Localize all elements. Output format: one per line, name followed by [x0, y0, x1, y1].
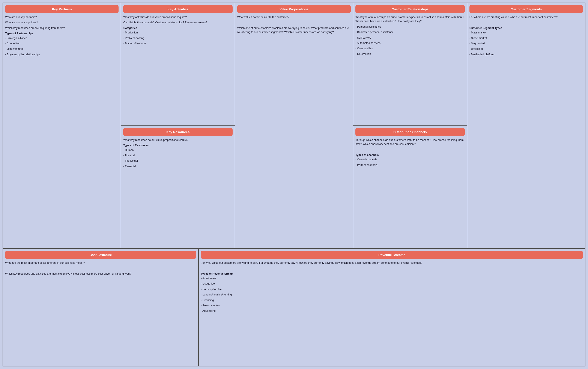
revenue-streams-cell: Revenue Streams For what value our custo…: [199, 249, 585, 366]
cr-list-5: - Communities: [355, 47, 465, 51]
bottom-section: Cost Structure What are the most importa…: [3, 249, 585, 366]
cst-line-1: What are the most important costs inhere…: [5, 261, 196, 265]
cs-line-2: [469, 20, 583, 25]
value-propositions-header: Value Propositions: [237, 5, 351, 13]
cr-line-1: What type of relationships do our custom…: [355, 15, 465, 24]
vp-line-2: [237, 20, 351, 25]
value-propositions-cell: Value Propositions What values do we del…: [235, 3, 353, 248]
ka-list-3: - Platform/ Network: [123, 41, 232, 46]
top-section: Key Partners Who are our key partners? W…: [3, 3, 585, 249]
ka-list-1: - Production: [123, 31, 232, 35]
cr-list-4: - Automated services: [355, 41, 465, 45]
customer-relationships-header: Customer Relationships: [355, 5, 465, 13]
cost-structure-content: What are the most important costs inhere…: [5, 261, 196, 277]
kr-list-2: - Physical: [123, 154, 232, 158]
rs-list-3: - Subscription fee: [201, 287, 583, 291]
rs-list-4: - Lending/ leasing/ renting: [201, 293, 583, 297]
key-partners-cell: Key Partners Who are our key partners? W…: [3, 3, 121, 248]
ka-list-2: - Problem-solving: [123, 36, 232, 40]
customer-segments-cell: Customer Segments For whom are we creati…: [467, 3, 585, 248]
customer-segments-content: For whom are we creating value? Who are …: [469, 15, 583, 58]
cs-line-1: For whom are we creating value? Who are …: [469, 15, 583, 19]
cst-line-2: [5, 266, 196, 270]
ka-line-2: Our distribution channels? Customer rela…: [123, 20, 232, 25]
dc-line-2: [355, 148, 465, 152]
cr-list-1: - Personal assistance: [355, 25, 465, 29]
kp-list-1: - Strategic alliance: [5, 36, 119, 40]
key-partners-content: Who are our key partners? Who are our ke…: [5, 15, 119, 58]
ka-line-1: What key activities do our value proposi…: [123, 15, 232, 19]
cr-channels-col: Customer Relationships What type of rela…: [353, 3, 467, 248]
kp-line-3: Which key resources are we acquiring fro…: [5, 26, 119, 30]
key-resources-content: What key resources do our value proposit…: [123, 138, 232, 170]
key-activities-content: What key activities do our value proposi…: [123, 15, 232, 47]
kp-list-2: - Coopetition: [5, 41, 119, 46]
cr-list-2: - Dedicated personal assistance: [355, 30, 465, 34]
value-propositions-content: What values do we deliver to the custome…: [237, 15, 351, 36]
cs-list-3: - Segmented: [469, 41, 583, 46]
cost-structure-cell: Cost Structure What are the most importa…: [3, 249, 199, 366]
cs-list-2: - Niche market: [469, 36, 583, 40]
kp-list-3: - Joint ventures: [5, 47, 119, 51]
cost-structure-header: Cost Structure: [5, 251, 196, 259]
rs-bold-1: Types of Revenue Stream: [201, 272, 583, 276]
cst-line-3: Which key resources and activities are m…: [5, 272, 196, 276]
ka-bold-1: Categories: [123, 26, 232, 30]
customer-segments-header: Customer Segments: [469, 5, 583, 13]
rs-line-2: [201, 266, 583, 270]
kr-list-4: - Financial: [123, 164, 232, 169]
distribution-channels-cell: Distribution Channels Through which chan…: [353, 126, 467, 248]
distribution-channels-header: Distribution Channels: [355, 128, 465, 136]
business-model-canvas: Key Partners Who are our key partners? W…: [3, 3, 585, 366]
kp-list-4: - Buyer-supplier relationships: [5, 52, 119, 57]
rs-list-7: - Advertising: [201, 309, 583, 313]
key-activities-resources-col: Key Activities What key activities do ou…: [121, 3, 235, 248]
cs-list-1: - Mass market: [469, 31, 583, 35]
key-resources-header: Key Resources: [123, 128, 232, 136]
cs-list-5: - Multi-sided platform: [469, 52, 583, 57]
key-partners-header: Key Partners: [5, 5, 119, 13]
key-activities-header: Key Activities: [123, 5, 232, 13]
revenue-streams-content: For what value our customers are willing…: [201, 261, 583, 315]
kr-line-1: What key resources do our value proposit…: [123, 138, 232, 142]
cs-bold-1: Customer Segment Types: [469, 26, 583, 30]
kr-list-3: - Intellectual: [123, 159, 232, 163]
key-activities-cell: Key Activities What key activities do ou…: [121, 3, 234, 126]
rs-line-1: For what value our customers are willing…: [201, 261, 583, 265]
cs-list-4: - Diversified: [469, 47, 583, 51]
kp-line-1: Who are our key partners?: [5, 15, 119, 19]
kr-list-1: - Human: [123, 148, 232, 152]
rs-list-5: - Licensing: [201, 298, 583, 302]
vp-line-3: Which one of our customer's problems are…: [237, 26, 351, 34]
distribution-channels-content: Through which channels do our customers …: [355, 138, 465, 169]
dc-list-2: - Partner channels: [355, 163, 465, 167]
key-resources-cell: Key Resources What key resources do our …: [121, 126, 234, 248]
rs-list-1: - Asset sales: [201, 276, 583, 280]
kr-bold-1: Types of Resources: [123, 144, 232, 147]
dc-bold-1: Types of channels: [355, 153, 465, 157]
customer-relationships-content: What type of relationships do our custom…: [355, 15, 465, 57]
customer-relationships-cell: Customer Relationships What type of rela…: [353, 3, 467, 126]
revenue-streams-header: Revenue Streams: [201, 251, 583, 259]
dc-line-1: Through which channels do our customers …: [355, 138, 465, 146]
rs-list-2: - Usage fee: [201, 282, 583, 286]
cr-list-6: - Co-creation: [355, 52, 465, 56]
kp-line-2: Who are our key suppliers?: [5, 20, 119, 25]
cr-list-3: - Self-service: [355, 36, 465, 40]
vp-line-1: What values do we deliver to the custome…: [237, 15, 351, 19]
kp-bold-1: Types of Partnerships: [5, 31, 119, 36]
dc-list-1: - Owned channels: [355, 158, 465, 162]
rs-list-6: - Brokerage fees: [201, 304, 583, 308]
